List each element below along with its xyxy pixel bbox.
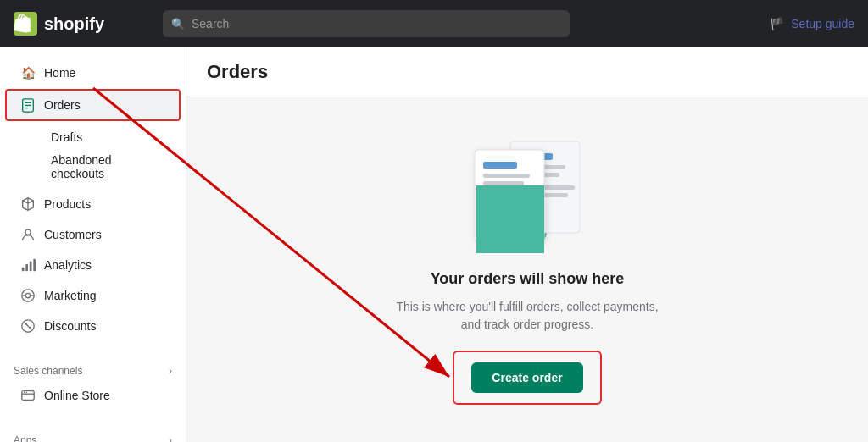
apps-section[interactable]: Apps › [0, 424, 186, 442]
sidebar-item-drafts[interactable]: Drafts [37, 126, 179, 148]
orders-submenu: Drafts Abandoned checkouts [0, 122, 186, 189]
sidebar-item-abandoned-checkouts[interactable]: Abandoned checkouts [37, 149, 179, 185]
sidebar-item-marketing[interactable]: Marketing [7, 281, 179, 310]
svg-rect-33 [483, 174, 530, 178]
sidebar-discounts-label: Discounts [44, 319, 96, 333]
chevron-right-icon-2: › [169, 434, 172, 442]
svg-point-11 [25, 293, 30, 297]
page-title: Orders [207, 61, 848, 83]
empty-state-desc: This is where you'll fulfill orders, col… [392, 298, 663, 334]
main-layout: 🏠 Home Orders Drafts Abandoned checkouts [0, 47, 868, 442]
orders-icon [20, 97, 36, 113]
online-store-icon [20, 388, 36, 403]
home-icon: 🏠 [20, 65, 36, 80]
sidebar-item-home[interactable]: 🏠 Home [7, 58, 179, 87]
sidebar-item-discounts[interactable]: Discounts [7, 312, 179, 340]
svg-rect-9 [33, 259, 36, 271]
svg-rect-32 [483, 162, 517, 169]
svg-rect-29 [541, 185, 575, 190]
empty-state-title: Your orders will show here [431, 270, 625, 288]
search-icon: 🔍 [171, 18, 185, 30]
sidebar-online-store-label: Online Store [44, 389, 110, 402]
sidebar-item-products[interactable]: Products [7, 190, 179, 218]
logo-area: shopify [14, 12, 149, 36]
sidebar-item-online-store[interactable]: Online Store [7, 381, 179, 410]
logo-text: shopify [44, 14, 104, 34]
empty-state-illustration [459, 135, 595, 253]
svg-rect-6 [22, 268, 25, 272]
sidebar-marketing-label: Marketing [44, 289, 96, 302]
svg-point-20 [25, 392, 26, 393]
empty-state: Your orders will show here This is where… [375, 118, 680, 422]
svg-point-19 [24, 392, 25, 393]
svg-rect-8 [30, 262, 32, 272]
page-body: Your orders will show here This is where… [186, 97, 868, 442]
marketing-icon [20, 288, 36, 303]
discounts-icon [20, 318, 36, 334]
sidebar-item-analytics[interactable]: Analytics [7, 251, 179, 279]
create-order-button[interactable]: Create order [471, 362, 582, 393]
products-icon [20, 196, 36, 212]
sidebar-item-orders[interactable]: Orders [5, 89, 181, 121]
shopify-logo-icon [14, 12, 37, 36]
setup-guide-flag-icon: 🏴 [770, 17, 784, 30]
svg-point-5 [25, 229, 31, 235]
svg-point-17 [29, 327, 31, 329]
apps-label: Apps [14, 434, 36, 442]
sales-channels-section[interactable]: Sales channels › [0, 355, 186, 380]
sidebar: 🏠 Home Orders Drafts Abandoned checkouts [0, 47, 186, 442]
search-bar[interactable]: 🔍 [163, 10, 570, 37]
sidebar-home-label: Home [44, 66, 75, 80]
analytics-icon [20, 257, 36, 273]
chevron-right-icon: › [169, 365, 172, 377]
customers-icon [20, 227, 36, 242]
sidebar-customers-label: Customers [44, 228, 102, 241]
setup-guide-area[interactable]: 🏴 Setup guide [770, 17, 854, 30]
sidebar-analytics-label: Analytics [44, 258, 92, 272]
sales-channels-label: Sales channels [14, 365, 82, 377]
sidebar-item-customers[interactable]: Customers [7, 220, 179, 249]
page-header: Orders [186, 47, 868, 97]
setup-guide-label: Setup guide [791, 17, 854, 30]
svg-point-16 [25, 323, 27, 325]
create-order-btn-wrapper: Create order [453, 351, 601, 405]
search-input[interactable] [163, 10, 570, 37]
topbar: shopify 🔍 🏴 Setup guide [0, 0, 868, 47]
svg-rect-30 [541, 193, 568, 197]
sidebar-products-label: Products [44, 197, 91, 211]
svg-rect-7 [25, 264, 28, 271]
sidebar-orders-label: Orders [44, 98, 81, 112]
content-area: Orders [186, 47, 868, 442]
